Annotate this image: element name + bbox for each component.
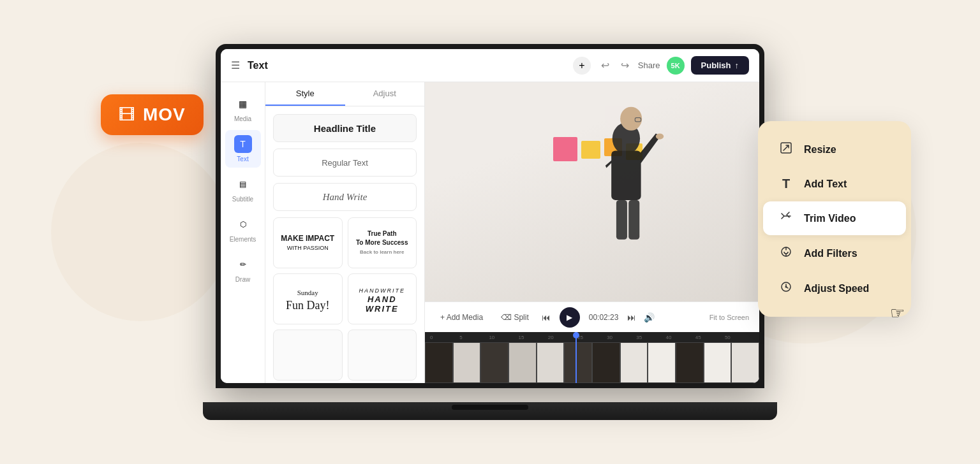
playback-controls: ⏮ ▶ 00:02:23 ⏭ xyxy=(542,307,637,328)
laptop-screen: ☰ Text + ↩ ↪ Share 5K Publish ↑ xyxy=(216,44,764,388)
top-bar-right: ↩ ↪ Share 5K Publish ↑ xyxy=(598,56,749,75)
context-menu-item-trim-video[interactable]: Trim Video ☞ xyxy=(763,201,906,235)
media-label: Media xyxy=(234,115,251,122)
svg-rect-9 xyxy=(628,200,639,240)
svg-point-5 xyxy=(620,107,642,131)
thumb-10 xyxy=(676,342,704,383)
filter-label: Add Filters xyxy=(804,248,858,259)
thumbnails-strip xyxy=(425,342,759,383)
publish-button[interactable]: Publish ↑ xyxy=(691,56,749,75)
playhead[interactable] xyxy=(575,332,577,383)
template-serif[interactable]: True Path To More Success Back to learn … xyxy=(348,217,417,268)
mov-badge: 🎞 MOV xyxy=(101,94,204,135)
thumb-12 xyxy=(731,342,759,383)
template-empty-2[interactable] xyxy=(348,330,417,381)
sidebar-item-subtitle[interactable]: ▤ Subtitle xyxy=(225,170,261,208)
timeline-track: 0 5 10 15 20 25 30 35 40 45 50 xyxy=(425,332,759,383)
resize-label: Resize xyxy=(804,144,836,156)
share-label[interactable]: Share xyxy=(638,61,660,70)
add-media-button[interactable]: + Add Media xyxy=(435,310,488,324)
svg-point-3 xyxy=(785,286,787,288)
draw-label: Draw xyxy=(235,276,250,283)
split-button[interactable]: ⌫ Split xyxy=(496,310,534,324)
redo-button[interactable]: ↪ xyxy=(618,57,632,74)
context-menu: Resize T Add Text Trim Video ☞ Add Filte… xyxy=(758,121,911,317)
skip-back-button[interactable]: ⏮ xyxy=(542,312,551,323)
screen-content: ☰ Text + ↩ ↪ Share 5K Publish ↑ xyxy=(221,49,759,383)
ruler-marks-container: 0 5 10 15 20 25 30 35 40 45 50 xyxy=(430,335,754,340)
thumb-4 xyxy=(509,342,537,383)
undo-button[interactable]: ↩ xyxy=(598,57,612,74)
trim-label: Trim Video xyxy=(804,213,856,224)
volume-icon[interactable]: 🔊 xyxy=(644,312,655,323)
template-handwrite[interactable]: HandWrite HAND WRITE xyxy=(348,273,417,324)
svg-rect-8 xyxy=(616,200,627,240)
video-canvas: + Add Media ⌫ Split ⏮ ▶ 00:02:23 ⏭ 🔊 Fit… xyxy=(425,82,759,383)
film-icon: 🎞 xyxy=(119,105,135,125)
left-sidebar: ▦ Media T Text ▤ Subtitle ⬡ Elements xyxy=(221,82,265,383)
thumb-8 xyxy=(620,342,648,383)
text-templates-grid: MAKE IMPACT With Passion True Path To Mo… xyxy=(273,217,417,381)
tab-style[interactable]: Style xyxy=(265,82,345,106)
thumb-7 xyxy=(592,342,620,383)
top-bar: ☰ Text + ↩ ↪ Share 5K Publish ↑ xyxy=(221,49,759,82)
video-scene xyxy=(425,82,759,301)
context-menu-item-resize[interactable]: Resize xyxy=(763,133,906,166)
person-figure xyxy=(577,104,676,301)
template-bold[interactable]: MAKE IMPACT With Passion xyxy=(273,217,343,268)
speed-icon xyxy=(778,280,794,296)
media-icon: ▦ xyxy=(234,95,252,113)
cursor-pointer: ☞ xyxy=(890,303,905,323)
tab-adjust[interactable]: Adjust xyxy=(345,82,425,106)
speed-label: Adjust Speed xyxy=(804,283,869,294)
sidebar-item-draw[interactable]: ✏ Draw xyxy=(225,250,261,288)
play-button[interactable]: ▶ xyxy=(560,307,580,328)
page-title: Text xyxy=(248,60,565,71)
text-panel: Style Adjust Headline Title Regular Text… xyxy=(265,82,425,383)
skip-forward-button[interactable]: ⏭ xyxy=(627,312,636,323)
context-menu-item-add-text[interactable]: T Add Text xyxy=(763,168,906,200)
text-sidebar-label: Text xyxy=(237,156,248,163)
trim-icon xyxy=(778,210,794,226)
svg-point-10 xyxy=(656,134,664,140)
subtitle-label: Subtitle xyxy=(232,196,253,203)
draw-icon: ✏ xyxy=(234,256,252,273)
menu-icon[interactable]: ☰ xyxy=(231,59,240,71)
mov-label: MOV xyxy=(143,105,186,125)
panel-tabs: Style Adjust xyxy=(265,82,424,106)
sidebar-item-text[interactable]: T Text xyxy=(225,130,261,168)
thumb-2 xyxy=(453,342,481,383)
time-display: 00:02:23 xyxy=(589,313,619,322)
thumb-6 xyxy=(564,342,592,383)
template-script[interactable]: Sunday Fun Day! xyxy=(273,273,343,324)
timeline-controls-bar: + Add Media ⌫ Split ⏮ ▶ 00:02:23 ⏭ 🔊 Fit… xyxy=(425,301,759,332)
publish-icon: ↑ xyxy=(735,61,739,70)
sidebar-item-media[interactable]: ▦ Media xyxy=(225,90,261,127)
context-menu-item-add-filters[interactable]: Add Filters xyxy=(763,236,906,270)
thumb-1 xyxy=(425,342,453,383)
video-preview xyxy=(425,82,759,301)
template-empty-1[interactable] xyxy=(273,330,343,381)
text-style-regular[interactable]: Regular Text xyxy=(273,149,417,177)
laptop: ☰ Text + ↩ ↪ Share 5K Publish ↑ xyxy=(203,44,777,420)
elements-label: Elements xyxy=(230,236,256,243)
add-text-label: Add Text xyxy=(804,178,847,190)
text-styles-panel: Headline Title Regular Text Hand Write M… xyxy=(265,106,424,383)
text-style-headline[interactable]: Headline Title xyxy=(273,114,417,142)
main-content: ▦ Media T Text ▤ Subtitle ⬡ Elements xyxy=(221,82,759,383)
subtitle-icon: ▤ xyxy=(234,175,252,193)
thumb-3 xyxy=(480,342,509,383)
add-button[interactable]: + xyxy=(573,57,591,75)
sidebar-item-elements[interactable]: ⬡ Elements xyxy=(225,210,261,248)
filter-icon xyxy=(778,245,794,261)
context-menu-item-adjust-speed[interactable]: Adjust Speed xyxy=(763,272,906,305)
fit-screen-label[interactable]: Fit to Screen xyxy=(709,314,749,321)
thumb-9 xyxy=(648,342,676,383)
resize-icon xyxy=(778,141,794,157)
elements-icon: ⬡ xyxy=(234,215,252,233)
add-text-icon: T xyxy=(778,177,794,191)
text-style-handwrite[interactable]: Hand Write xyxy=(273,183,417,211)
text-sidebar-icon: T xyxy=(234,135,252,153)
timeline-ruler: 0 5 10 15 20 25 30 35 40 45 50 xyxy=(425,332,759,342)
avatar: 5K xyxy=(667,57,685,75)
